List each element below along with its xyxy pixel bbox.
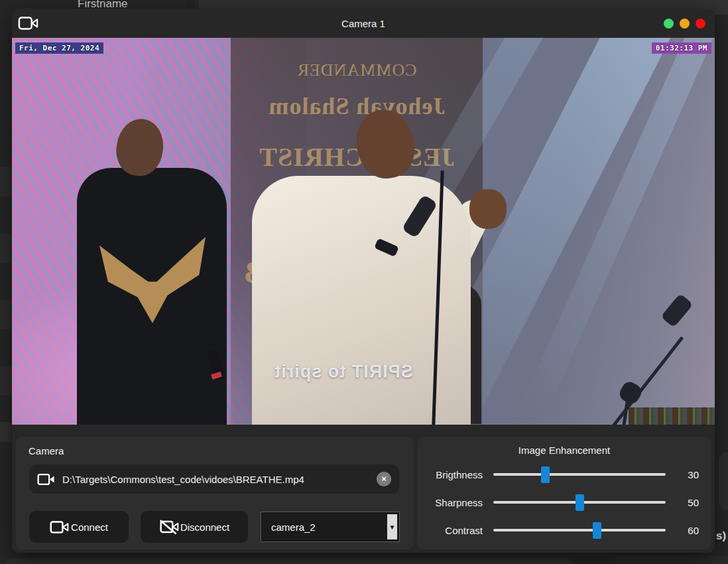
sharpness-label: Sharpness [430, 497, 483, 508]
sharpness-slider-row: Sharpness 50 [430, 493, 699, 512]
singer-right-fist [469, 189, 507, 229]
chevron-down-icon: ▼ [387, 514, 397, 539]
camera-select-value: camera_2 [271, 522, 316, 533]
keyboard-equipment [629, 407, 715, 425]
brightness-slider[interactable] [493, 465, 666, 484]
disconnect-button[interactable]: Disconnect [141, 511, 248, 543]
camera-select-dropdown[interactable]: camera_2 ▼ [261, 512, 399, 541]
close-light-button[interactable] [696, 19, 705, 29]
brightness-slider-row: Brigthness 30 [430, 465, 699, 484]
connect-button-label: Connect [71, 522, 108, 533]
background-row [0, 234, 11, 263]
sharpness-slider[interactable] [493, 493, 666, 512]
contrast-slider-row: Contrast 60 [430, 521, 699, 539]
camera-panel: Camera D:\Targets\Commons\test_code\vido… [16, 437, 414, 549]
background-row [0, 366, 11, 395]
video-camera-icon [37, 472, 56, 486]
background-row [0, 422, 11, 442]
mic-clip [617, 380, 644, 407]
brightness-label: Brigthness [430, 469, 483, 480]
date-overlay: Fri, Dec 27, 2024 [15, 42, 103, 54]
connect-button[interactable]: Connect [29, 511, 129, 543]
brightness-slider-handle[interactable] [541, 466, 550, 483]
background-panel-bottom [615, 556, 728, 564]
background-panel-bottom [5, 559, 573, 564]
minimize-light-button[interactable] [664, 19, 674, 29]
video-camera-off-icon [159, 519, 179, 535]
camera-panel-label: Camera [29, 445, 414, 457]
background-partial-text: s) [716, 529, 726, 543]
slider-track[interactable] [493, 529, 666, 531]
background-row [0, 167, 11, 196]
slider-track[interactable] [493, 473, 666, 476]
lyrics-subtitle-mirrored: SPIRIT to spirit [12, 362, 675, 382]
contrast-slider[interactable] [493, 521, 666, 539]
source-path-value: D:\Targets\Commons\test_code\vidoes\BREA… [62, 474, 304, 485]
camera-app-window: Camera 1 COMMANDER Jehovah Shalom JESUS … [12, 9, 715, 553]
clear-path-button[interactable]: × [377, 472, 391, 486]
contrast-label: Contrast [430, 525, 483, 536]
brightness-value: 30 [676, 469, 699, 480]
disconnect-button-label: Disconnect [180, 522, 229, 533]
background-row [0, 300, 11, 329]
contrast-slider-handle[interactable] [593, 522, 601, 539]
window-titlebar[interactable]: Camera 1 [12, 9, 715, 38]
background-button-edge [719, 453, 728, 510]
enhancement-title: Image Enhancement [430, 445, 699, 456]
image-enhancement-panel: Image Enhancement Brigthness 30 Sharpnes… [418, 437, 711, 549]
source-path-input[interactable]: D:\Targets\Commons\test_code\vidoes\BREA… [29, 464, 399, 494]
contrast-value: 60 [676, 525, 699, 536]
video-feed: COMMANDER Jehovah Shalom JESUS CHRIST Fa… [12, 38, 715, 425]
video-camera-icon [50, 520, 70, 535]
maximize-light-button[interactable] [680, 19, 690, 29]
mic-on-stand [660, 293, 693, 328]
time-overlay: 01:32:13 PM [652, 42, 711, 54]
window-title: Camera 1 [12, 18, 715, 29]
sharpness-value: 50 [676, 497, 699, 508]
sharpness-slider-handle[interactable] [576, 494, 584, 511]
